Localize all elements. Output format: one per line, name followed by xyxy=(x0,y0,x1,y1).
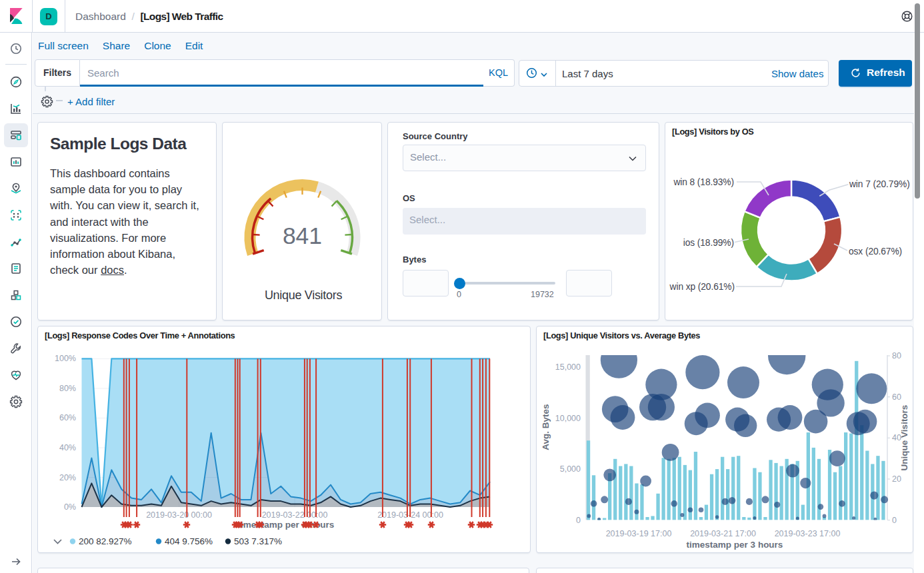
svg-text:timestamp per 3 hours: timestamp per 3 hours xyxy=(687,540,783,550)
svg-text:60: 60 xyxy=(892,392,901,402)
svg-text:2019-03-19 17:00: 2019-03-19 17:00 xyxy=(606,529,672,538)
svg-text:Unique Visitors: Unique Visitors xyxy=(899,405,909,471)
svg-text:2019-03-23 17:00: 2019-03-23 17:00 xyxy=(775,529,841,538)
svg-text:osx (20.67%): osx (20.67%) xyxy=(849,247,902,257)
svg-text:404 9.756%: 404 9.756% xyxy=(165,536,213,546)
svg-text:200 82.927%: 200 82.927% xyxy=(79,536,132,546)
svg-text:5,000: 5,000 xyxy=(560,464,581,474)
svg-text:timestamp per 4 hours: timestamp per 4 hours xyxy=(238,520,335,530)
svg-text:Unique Visitors: Unique Visitors xyxy=(265,288,343,302)
svg-text:win xp (20.61%): win xp (20.61%) xyxy=(669,282,735,292)
svg-text:0: 0 xyxy=(892,516,897,525)
svg-text:100%: 100% xyxy=(55,354,76,363)
svg-text:Avg. Bytes: Avg. Bytes xyxy=(541,404,551,450)
svg-text:2019-03-22 00:00: 2019-03-22 00:00 xyxy=(262,510,328,520)
svg-text:40%: 40% xyxy=(59,443,76,452)
svg-text:2019-03-20 00:00: 2019-03-20 00:00 xyxy=(146,510,212,520)
svg-text:60%: 60% xyxy=(59,413,76,422)
svg-text:15,000: 15,000 xyxy=(555,362,581,372)
svg-text:2019-03-21 17:00: 2019-03-21 17:00 xyxy=(690,529,756,538)
svg-text:ios (18.99%): ios (18.99%) xyxy=(683,238,734,248)
svg-text:10,000: 10,000 xyxy=(555,414,581,423)
svg-text:20%: 20% xyxy=(59,473,76,482)
svg-text:20: 20 xyxy=(892,474,901,484)
svg-text:win 8 (18.93%): win 8 (18.93%) xyxy=(673,177,734,187)
svg-text:841: 841 xyxy=(283,223,322,249)
svg-text:win 7 (20.79%): win 7 (20.79%) xyxy=(849,179,910,189)
svg-text:0%: 0% xyxy=(64,502,76,512)
svg-text:80%: 80% xyxy=(59,384,76,393)
svg-text:80: 80 xyxy=(892,351,901,360)
svg-text:0: 0 xyxy=(576,516,581,525)
svg-text:503 7.317%: 503 7.317% xyxy=(234,536,282,546)
